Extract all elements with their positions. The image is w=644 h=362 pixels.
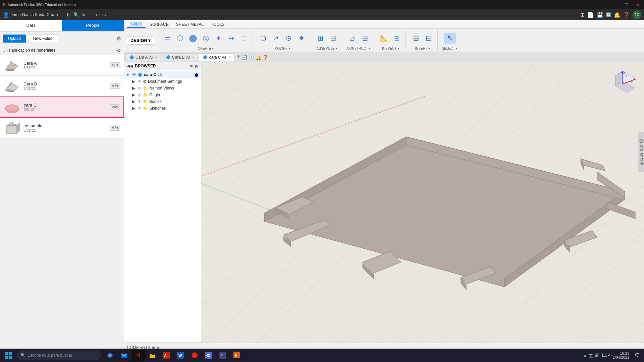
browser-collapse-icon[interactable]: ◀◀ (127, 64, 133, 68)
create-sweep-btn[interactable]: ◎ (200, 33, 212, 44)
taskbar-mail[interactable] (117, 349, 131, 361)
home-icon[interactable]: ⌂ (3, 48, 5, 53)
file-icon[interactable]: 📄 (587, 12, 594, 18)
file-version-ensamble[interactable]: V2▾ (110, 125, 120, 131)
tab-close-cara-b[interactable]: ✕ (192, 56, 195, 59)
browser-eye-bodies[interactable]: 👁 (138, 99, 142, 104)
toolbar-close-icon[interactable]: ✕ (82, 12, 86, 17)
modify-fillet-btn[interactable]: ↗ (270, 33, 282, 43)
user-area[interactable]: 👤 Jorge Garcia Santa Cruz ▾ (3, 12, 58, 18)
modify-move-btn[interactable]: ✥ (295, 34, 307, 43)
add-tab-icon[interactable]: + (237, 54, 240, 61)
nav-cube[interactable]: Y Z TOP (607, 69, 637, 99)
bell-tab-icon[interactable]: 🔔 (256, 55, 261, 60)
taskbar-autocad[interactable]: A (160, 349, 173, 361)
taskbar-fusion[interactable]: F (230, 349, 244, 361)
create-mirror-btn[interactable]: ↪ (225, 33, 237, 43)
minimize-button[interactable]: ─ (612, 2, 619, 7)
tab-cara-c[interactable]: 🔷 cara C v4 ✕ (199, 53, 234, 61)
tabs-actions[interactable]: + 🔄 🕐 🔔 ❓ (237, 54, 269, 61)
browser-item-root[interactable]: ▾ 👁 🔷 cara C v4 ⬤ (124, 71, 201, 78)
user-dropdown-icon[interactable]: ▾ (56, 12, 58, 17)
user-avatar[interactable]: JG (633, 10, 641, 19)
title-right[interactable]: ─ □ ✕ (612, 2, 641, 7)
construct-plane-btn[interactable]: ⊿ (346, 33, 358, 44)
browser-item-sketches[interactable]: ▶ 👁 📁 Sketches (124, 105, 201, 112)
browser-pin-icon[interactable]: ▶ (195, 64, 198, 68)
taskbar-cortana[interactable] (103, 349, 117, 361)
people-tab[interactable]: People (62, 20, 124, 31)
assemble-ground-btn[interactable]: ⊟ (327, 33, 339, 44)
upload-button[interactable]: Upload (3, 35, 26, 43)
undo-icon[interactable]: ↩ (95, 12, 100, 18)
maximize-button[interactable]: □ (624, 2, 629, 7)
breadcrumb-folder[interactable]: Fabricacion de materiales (9, 48, 55, 53)
insert-mesh-btn[interactable]: ⊟ (423, 33, 435, 44)
modify-press-pull-btn[interactable]: ⬡ (257, 33, 269, 43)
taskbar-netflix[interactable]: N (131, 349, 145, 361)
menu-sheet-metal[interactable]: SHEET METAL (173, 21, 207, 27)
refresh-icon[interactable]: ↻ (66, 12, 71, 18)
browser-item-doc-settings[interactable]: ▶ 👁 ⚙ Document Settings (124, 78, 201, 85)
browser-expand-origin[interactable]: ▶ (132, 93, 136, 97)
insert-canvas-btn[interactable]: ⊞ (410, 33, 422, 44)
tab-cara-a[interactable]: 🔷 Cara A v5 ✕ (125, 53, 161, 61)
browser-expand-root[interactable]: ▾ (127, 72, 131, 77)
tab-close-cara-c[interactable]: ✕ (228, 56, 231, 59)
start-button[interactable] (2, 349, 15, 361)
modify-chamfer-btn[interactable]: ⊙ (282, 33, 294, 43)
file-item-cara-a[interactable]: Cara A 3/31/21 V5▾ (0, 55, 124, 76)
taskbar-teams[interactable]: T (216, 349, 229, 361)
file-item-ensamble[interactable]: ensamble 3/31/21 V2▾ (0, 118, 124, 138)
browser-item-bodies[interactable]: ▶ 👁 📁 Bodies (124, 98, 201, 105)
help-tab-icon[interactable]: ❓ (263, 55, 268, 60)
inspect-measure-btn[interactable]: 📐 (378, 33, 390, 43)
new-folder-button[interactable]: New Folder (29, 34, 58, 43)
browser-expand-views[interactable]: ▶ (132, 86, 136, 90)
taskbar-notifications[interactable]: 🗨 (632, 349, 642, 361)
create-pattern-btn[interactable]: ◻ (238, 33, 250, 43)
data-tab[interactable]: Data (0, 20, 62, 31)
file-item-cara-b[interactable]: Cara B 3/31/21 V3▾ (0, 76, 124, 97)
apps-grid-icon[interactable]: ⊞ (580, 12, 585, 18)
search-icon[interactable]: 🔍 (73, 12, 79, 17)
file-version-cara-c[interactable]: V4▾ (110, 104, 120, 110)
taskbar-game[interactable] (188, 349, 201, 361)
browser-eye-origin[interactable]: 👁 (138, 93, 142, 97)
browser-eye-root[interactable]: 👁 (132, 72, 136, 77)
save-icon[interactable]: 💾 (597, 12, 603, 18)
help-icon[interactable]: ❓ (623, 12, 630, 18)
browser-expand-sketches[interactable]: ▶ (132, 106, 136, 111)
taskbar-search[interactable]: 🔍 Escribe aquí para buscar (17, 351, 101, 360)
file-item-cara-c[interactable]: cara C 3/31/21 V4▾ (0, 97, 124, 118)
taskbar-discord[interactable]: 💬 (202, 349, 215, 361)
refresh-tab-icon[interactable]: 🔄 (241, 55, 247, 60)
menu-tools[interactable]: TOOLS (208, 21, 228, 27)
taskbar-word[interactable]: W (174, 349, 187, 361)
create-sketch-btn[interactable]: ▭ (161, 33, 173, 44)
assemble-joint-btn[interactable]: ⊞ (314, 33, 326, 44)
notification-icon[interactable]: 🔔 (614, 12, 621, 18)
redo-icon[interactable]: ↪ (102, 12, 106, 18)
sync-icon[interactable]: 🔄 (606, 12, 611, 17)
create-extrude-btn[interactable]: ⬡ (174, 33, 186, 44)
tab-close-cara-a[interactable]: ✕ (155, 56, 158, 59)
browser-eye-sketches[interactable]: 👁 (138, 106, 142, 111)
browser-eye-doc[interactable]: 👁 (138, 79, 142, 84)
create-revolve-btn[interactable]: ⬤ (187, 33, 199, 44)
taskbar-explorer[interactable] (146, 349, 159, 361)
menu-solid[interactable]: SOLID (127, 21, 146, 28)
design-button[interactable]: DESIGN ▾ (127, 36, 154, 45)
create-loft-btn[interactable]: ✦ (212, 33, 224, 43)
browser-item-named-views[interactable]: ▶ 👁 📁 Named Views (124, 85, 201, 92)
inspect-interference-btn[interactable]: ⊞ (391, 33, 403, 43)
select-btn[interactable]: ↖ (444, 33, 456, 44)
menu-surface[interactable]: SURFACE (146, 21, 172, 27)
breadcrumb-settings-icon[interactable]: ⚙ (117, 48, 121, 53)
tab-cara-b[interactable]: 🔷 Cara B v3 ✕ (162, 53, 198, 61)
close-button[interactable]: ✕ (635, 2, 641, 7)
file-version-cara-a[interactable]: V5▾ (110, 62, 120, 68)
viewport[interactable]: ◀◀ BROWSER ⏺ ▶ ▾ 👁 🔷 cara C v4 ⬤ (124, 62, 644, 362)
browser-eye-views[interactable]: 👁 (138, 86, 142, 90)
browser-expand-doc[interactable]: ▶ (132, 79, 136, 84)
